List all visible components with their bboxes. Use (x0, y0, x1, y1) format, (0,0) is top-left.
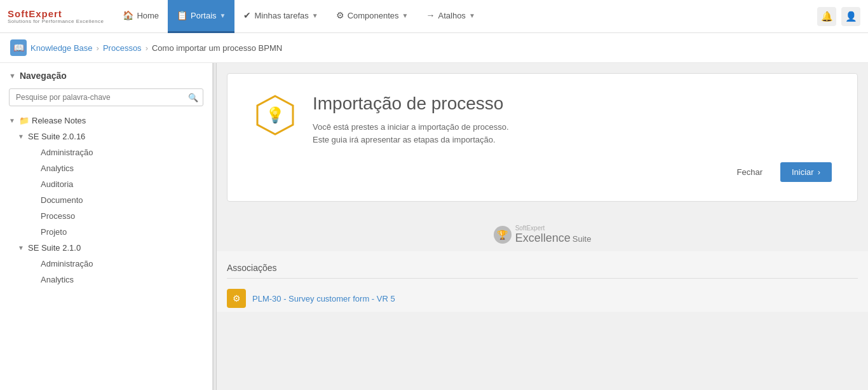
se-label-big: Excellence Suite (515, 232, 592, 245)
folder-icon: 📁 (19, 116, 29, 125)
se-label-small: SoftExpert (515, 225, 592, 232)
breadcrumb-sep-2: › (146, 43, 148, 53)
start-arrow-icon: › (818, 167, 820, 177)
suite-text: Suite (573, 234, 592, 244)
tree-label: SE Suite 2.1.0 (28, 243, 203, 253)
se-logo-text: SoftExpert Excellence Suite (515, 225, 592, 245)
tasks-arrow-icon: ▼ (312, 12, 318, 19)
tree-item-processo[interactable]: Processo (0, 208, 212, 224)
sidebar-header: ▼ Navegação (0, 63, 212, 88)
nav-components[interactable]: ⚙ Componentes ▼ (327, 0, 417, 33)
import-card: 💡 Importação de processo Você está prest… (227, 73, 858, 202)
tree-item-analytics-1[interactable]: Analytics (0, 160, 212, 176)
se-shield-icon: 🏆 (494, 226, 512, 244)
se-logo-area: 🏆 SoftExpert Excellence Suite (217, 212, 868, 251)
breadcrumb-processos[interactable]: Processos (103, 43, 142, 53)
logo-text: SoftExpert (8, 9, 62, 18)
components-icon: ⚙ (336, 10, 344, 20)
search-input[interactable] (9, 88, 203, 106)
tree-item-projeto[interactable]: Projeto (0, 224, 212, 240)
tree-label: Release Notes (32, 116, 203, 125)
tree-item-se-suite-2016[interactable]: ▼ SE Suite 2.0.16 (0, 129, 212, 144)
association-link[interactable]: PLM-30 - Survey customer form - VR 5 (252, 294, 395, 303)
associations-section: Associações ⚙ PLM-30 - Survey customer f… (217, 251, 868, 312)
components-arrow-icon: ▼ (402, 12, 409, 19)
breadcrumb-current: Como importar um processo BPMN (152, 43, 282, 53)
association-icon: ⚙ (227, 289, 246, 308)
tree-label: Documento (41, 195, 203, 205)
softexpert-logo: 🏆 SoftExpert Excellence Suite (494, 225, 592, 245)
import-actions: Fechar Iniciar › (253, 162, 832, 182)
breadcrumb: 📖 Knowledge Base › Processos › Como impo… (0, 33, 868, 63)
notifications-button[interactable]: 🔔 (817, 7, 836, 26)
user-profile-button[interactable]: 👤 (841, 7, 860, 26)
tree-item-documento[interactable]: Documento (0, 192, 212, 208)
portais-icon: 📋 (177, 10, 187, 20)
nav-tasks-label: Minhas tarefas (254, 11, 308, 20)
nav-tasks[interactable]: ✔ Minhas tarefas ▼ (234, 0, 327, 33)
lightbulb-icon: 💡 (266, 106, 285, 124)
tree-label: Auditoria (41, 179, 203, 189)
toggle-icon: ▼ (18, 244, 25, 251)
import-desc: Você está prestes a iniciar a importação… (313, 121, 509, 148)
tree-label: SE Suite 2.0.16 (28, 132, 203, 141)
tree-item-analytics-2[interactable]: Analytics (0, 272, 212, 288)
associations-title: Associações (227, 258, 858, 279)
search-icon: 🔍 (188, 93, 198, 102)
import-desc-line1: Você está prestes a iniciar a importação… (313, 122, 509, 132)
shortcuts-arrow-icon: ▼ (469, 12, 475, 19)
excellence-text: Excellence (515, 232, 571, 244)
tree-item-release-notes[interactable]: ▼ 📁 Release Notes (0, 113, 212, 129)
import-desc-line2: Este guia irá apresentar as etapas da im… (313, 135, 496, 144)
association-item[interactable]: ⚙ PLM-30 - Survey customer form - VR 5 (227, 285, 858, 312)
nav-components-label: Componentes (348, 11, 399, 20)
tree-item-administracao-2[interactable]: Administração (0, 256, 212, 272)
sidebar-tree: ▼ 📁 Release Notes ▼ SE Suite 2.0.16 Admi… (0, 113, 212, 390)
nav-home[interactable]: 🏠 Home (114, 0, 168, 33)
tree-label: Projeto (41, 227, 203, 237)
nav-shortcuts[interactable]: → Atalhos ▼ (417, 0, 484, 33)
nav-portais[interactable]: 📋 Portais ▼ (168, 0, 234, 33)
sidebar-collapse-icon[interactable]: ▼ (9, 72, 16, 80)
nav-home-label: Home (137, 11, 159, 20)
portais-arrow-icon: ▼ (220, 12, 226, 19)
tree-label: Administração (41, 259, 203, 268)
nav-right-actions: 🔔 👤 (817, 7, 860, 26)
breadcrumb-icon: 📖 (10, 39, 27, 56)
shortcuts-icon: → (426, 10, 435, 20)
sidebar-title: Navegação (20, 71, 67, 81)
tree-item-auditoria[interactable]: Auditoria (0, 176, 212, 192)
tree-item-administracao-1[interactable]: Administração (0, 144, 212, 160)
tree-label: Analytics (41, 164, 203, 173)
hex-icon-container: 💡 (253, 93, 297, 137)
tree-item-se-suite-210[interactable]: ▼ SE Suite 2.1.0 (0, 240, 212, 256)
tree-label: Administração (41, 148, 203, 157)
close-button[interactable]: Fechar (729, 164, 770, 181)
breadcrumb-sep-1: › (97, 43, 99, 53)
main-layout: ▼ Navegação 🔍 ▼ 📁 Release Notes ▼ SE Sui… (0, 63, 868, 390)
import-title: Importação de processo (313, 93, 509, 115)
content-area: 💡 Importação de processo Você está prest… (217, 63, 868, 390)
start-button-label: Iniciar (792, 167, 814, 177)
logo: SoftExpert Solutions for Performance Exc… (8, 9, 104, 24)
tasks-icon: ✔ (243, 10, 251, 20)
breadcrumb-knowledge-base[interactable]: Knowledge Base (31, 43, 93, 53)
top-navigation: SoftExpert Solutions for Performance Exc… (0, 0, 868, 33)
toggle-icon: ▼ (9, 117, 17, 124)
start-button[interactable]: Iniciar › (780, 162, 832, 182)
logo-sub: Solutions for Performance Excellence (8, 18, 104, 24)
import-card-text: Importação de processo Você está prestes… (313, 93, 509, 147)
import-card-top: 💡 Importação de processo Você está prest… (253, 93, 832, 147)
tree-label: Analytics (41, 275, 203, 284)
home-icon: 🏠 (123, 10, 133, 20)
nav-shortcuts-label: Atalhos (438, 11, 466, 20)
sidebar: ▼ Navegação 🔍 ▼ 📁 Release Notes ▼ SE Sui… (0, 63, 213, 390)
toggle-icon: ▼ (18, 133, 25, 140)
sidebar-search-area: 🔍 (0, 88, 212, 113)
tree-label: Processo (41, 211, 203, 221)
nav-portais-label: Portais (191, 11, 216, 20)
